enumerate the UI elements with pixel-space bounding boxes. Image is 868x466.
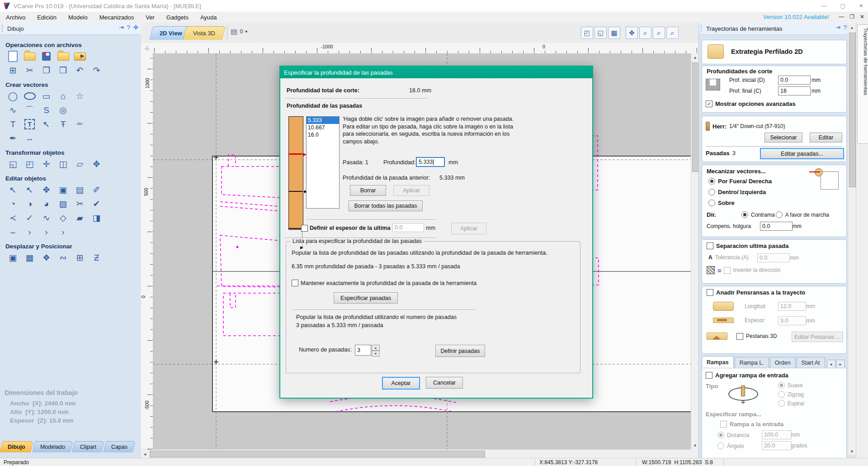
zigzag-radio[interactable] (778, 391, 785, 398)
validate-icon[interactable]: ✔ (88, 197, 105, 210)
align-icon[interactable]: ✥ (88, 157, 105, 171)
angle-radio[interactable] (717, 442, 724, 449)
arc-icon[interactable]: ⌒ (21, 104, 38, 117)
zigzag-icon[interactable]: Ƶ (88, 251, 105, 264)
tab-rampas[interactable]: Rampas (702, 356, 734, 368)
menu-mecanizados[interactable]: Mecanizados (94, 14, 140, 21)
save-icon[interactable] (38, 50, 55, 63)
text-arc-icon[interactable]: ᴬᴮᶜ (71, 118, 88, 131)
delete-all-passes-button[interactable]: Borrar todas las pasadas (349, 200, 423, 211)
thickness-input[interactable]: 3.0 (778, 316, 806, 325)
keep-exact-checkbox[interactable] (292, 280, 298, 286)
distort-icon[interactable]: ▱ (71, 157, 88, 171)
window-close-icon[interactable]: ✕ (859, 3, 863, 9)
scroll-down-icon[interactable]: ▼ (691, 442, 699, 449)
advanced-options-checkbox[interactable]: ✓ (706, 100, 712, 107)
select-icon[interactable]: ↖ (5, 183, 21, 196)
open-toolpath-icon[interactable] (55, 50, 71, 63)
scale-icon[interactable]: ◰ (21, 157, 38, 171)
pan-icon[interactable]: ✥ (626, 27, 638, 39)
delete-pass-button[interactable]: Borrar (350, 185, 386, 196)
menu-gadgets[interactable]: Gadgets (160, 14, 194, 21)
distance-input[interactable]: 100.0 (762, 430, 792, 439)
tab-rampa-l[interactable]: Rampa L. (735, 357, 769, 368)
extend-3-icon[interactable]: › (55, 225, 71, 238)
undo-icon[interactable]: ↶ (71, 64, 88, 77)
dimension-icon[interactable]: ↔ (21, 132, 38, 145)
pin-icon[interactable]: ✜ (133, 24, 138, 31)
apply-last-pass-button[interactable]: Aplicar (451, 223, 486, 234)
center-icon[interactable]: ✛ (38, 157, 55, 171)
specify-passes-button[interactable]: Especificar pasadas (334, 292, 398, 304)
canvas-horizontal-scrollbar[interactable]: ◄ (141, 449, 691, 458)
tab-start-at[interactable]: Start At (797, 357, 825, 368)
menu-ayuda[interactable]: Ayuda (194, 14, 223, 21)
tabs-3d-checkbox[interactable] (736, 333, 743, 340)
tolerance-input[interactable]: 0.0 (757, 253, 790, 262)
weld-icon[interactable]: ◔ (5, 197, 21, 210)
length-input[interactable]: 12.0 (778, 302, 806, 311)
edit-points-icon[interactable]: ◇ (55, 211, 71, 224)
crop-bitmap-icon[interactable]: ◨ (88, 211, 105, 224)
text-box-icon[interactable]: T (21, 118, 38, 131)
new-file-icon[interactable] (5, 50, 21, 63)
array-copy-icon[interactable]: ▦ (21, 251, 38, 264)
spiral-icon[interactable]: ◎ (55, 104, 71, 117)
bitmap-edit-icon[interactable]: ▰ (71, 211, 88, 224)
s-curve-icon[interactable]: S (38, 104, 55, 117)
copy-icon[interactable]: ❐ (38, 64, 55, 77)
menu-ver[interactable]: Ver (140, 14, 160, 21)
mdi-close-icon[interactable]: ✕ (860, 14, 864, 20)
scroll-down-icon[interactable]: ▼ (848, 447, 856, 455)
subtract-icon[interactable]: ◑ (21, 197, 38, 210)
fit-curve-icon[interactable]: ✓ (21, 211, 38, 224)
menu-archivo[interactable]: Archivo (0, 14, 31, 21)
zoom-window-icon[interactable]: ◰ (581, 27, 593, 39)
import-icon[interactable] (71, 50, 88, 63)
scrollbar-thumb[interactable] (150, 451, 485, 457)
pass-depth-diagram[interactable]: ▶ ◆ ◆ (288, 116, 303, 230)
text-icon[interactable]: T (5, 118, 21, 131)
open-file-icon[interactable] (21, 50, 38, 63)
climb-radio[interactable] (776, 211, 783, 218)
dock-panel-icon[interactable]: ⇥ (119, 24, 124, 31)
smooth-icon[interactable]: ∿ (38, 211, 55, 224)
ok-button[interactable]: Aceptar (382, 377, 420, 390)
scrollbar-thumb[interactable] (692, 62, 699, 172)
cut-vector-icon[interactable]: ✂ (71, 197, 88, 210)
cancel-button[interactable]: Cancelar (426, 377, 463, 389)
on-radio[interactable] (708, 200, 715, 206)
add-tabs-checkbox[interactable] (707, 289, 713, 296)
last-pass-thickness-checkbox[interactable] (301, 225, 308, 232)
measure-icon[interactable]: ✐ (88, 183, 105, 196)
scroll-left-icon[interactable]: ◄ (141, 450, 149, 458)
stitch-icon[interactable]: ⌣ (5, 225, 21, 238)
scroll-up-icon[interactable]: ▲ (848, 24, 856, 31)
pass-list-item[interactable]: 16.0 (307, 131, 339, 138)
menu-modelo[interactable]: Modelo (62, 14, 94, 21)
apply-pass-button[interactable]: Aplicar (393, 185, 429, 196)
invert-direction-checkbox[interactable] (724, 267, 731, 274)
trim-icon[interactable]: ▨ (55, 197, 71, 210)
cut-icon[interactable]: ✂ (21, 64, 38, 77)
tab-scroll-left-icon[interactable]: ◂ (827, 360, 835, 368)
mirror-icon[interactable]: ◫ (55, 157, 71, 171)
tab-orden[interactable]: Orden (770, 357, 796, 368)
pass-list-item[interactable]: 10.667 (307, 124, 339, 131)
depth-input[interactable]: 5.333 (416, 157, 445, 167)
version-update-link[interactable]: Version 10.022 Available! (763, 14, 829, 20)
toolpaths-side-tab[interactable]: Trayectorias de herramientas (857, 24, 868, 144)
window-minimize-icon[interactable]: — (821, 3, 827, 9)
node-edit-icon[interactable]: ↖ (21, 183, 38, 196)
zoom-in-icon[interactable]: ⌕ (639, 27, 651, 39)
edit-passes-button[interactable]: Editar pasadas... (760, 148, 844, 159)
outside-right-radio[interactable] (708, 178, 715, 185)
intersect-icon[interactable]: ◕ (38, 197, 55, 210)
spiral-radio[interactable] (778, 400, 785, 407)
star-icon[interactable]: ☆ (71, 90, 88, 103)
tab-scroll-right-icon[interactable]: ▸ (836, 360, 845, 368)
scroll-up-icon[interactable]: ▲ (691, 53, 699, 61)
polygon-icon[interactable]: ⌂ (55, 90, 71, 103)
separation-checkbox[interactable] (707, 243, 713, 249)
position-icon[interactable]: ▣ (5, 251, 21, 264)
